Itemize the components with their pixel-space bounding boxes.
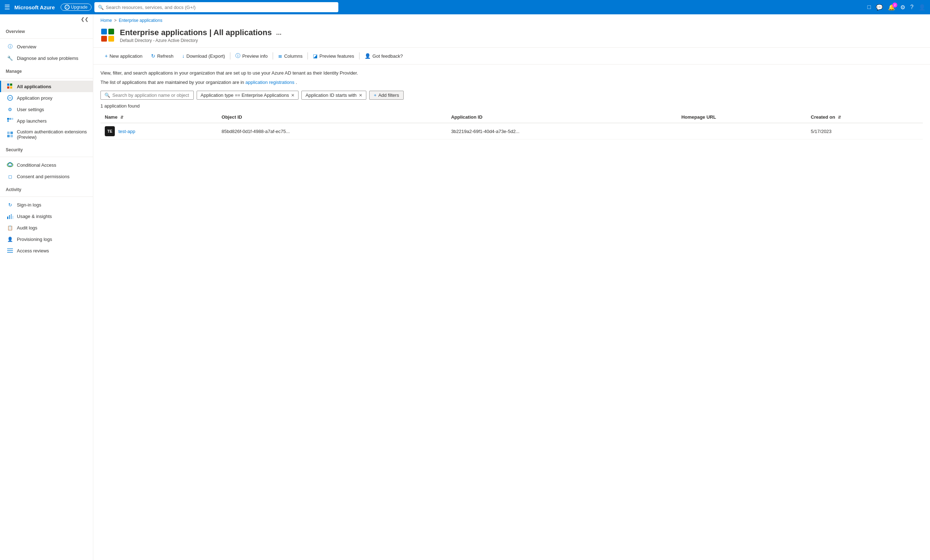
sort-icon-created[interactable]: ⇵: [838, 115, 841, 120]
sort-icon-name[interactable]: ⇵: [120, 115, 123, 120]
col-header-object-id: Object ID: [217, 112, 447, 123]
preview-icon: ◪: [313, 53, 317, 59]
access-reviews-icon: [7, 247, 13, 254]
sidebar-collapse-button[interactable]: ❮❮: [0, 14, 93, 24]
custom-auth-icon: [7, 131, 13, 138]
sidebar-item-conditional-access[interactable]: Conditional Access: [0, 159, 93, 171]
cloud-shell-icon[interactable]: □: [867, 4, 871, 11]
svg-rect-15: [7, 216, 8, 219]
filter-tag-app-id: Application ID starts with ✕: [302, 91, 366, 100]
svg-rect-24: [101, 36, 107, 41]
sidebar-item-user-settings[interactable]: ⚙ User settings: [0, 104, 93, 115]
security-section-title: Security: [0, 142, 93, 155]
sidebar-item-signin-logs[interactable]: ↻ Sign-in logs: [0, 199, 93, 210]
cell-name: TE test-app: [100, 123, 217, 140]
breadcrumb-separator: >: [114, 18, 117, 23]
upgrade-button[interactable]: ✓ Upgrade: [61, 4, 91, 11]
app-registrations-link[interactable]: application registrations: [245, 80, 294, 85]
content-area: View, filter, and search applications in…: [93, 64, 930, 144]
sidebar-item-consent[interactable]: ◻ Consent and permissions: [0, 171, 93, 182]
feedback-person-icon: 👤: [365, 53, 371, 59]
preview-info-button[interactable]: ⓘ Preview info: [231, 51, 272, 61]
overview-section-title: Overview: [0, 24, 93, 36]
download-icon: ↓: [182, 53, 185, 59]
svg-rect-18: [12, 216, 13, 219]
svg-rect-23: [108, 29, 114, 34]
page-subtitle: Default Directory - Azure Active Directo…: [120, 38, 281, 43]
svg-rect-5: [7, 118, 9, 120]
add-filters-button[interactable]: + Add filters: [369, 91, 403, 100]
toolbar-separator-2: [273, 52, 273, 60]
wrench-icon: 🔧: [7, 55, 13, 61]
search-input-box[interactable]: 🔍: [100, 91, 194, 100]
filter-tag-app-id-close[interactable]: ✕: [359, 93, 362, 98]
app-name-link[interactable]: test-app: [119, 129, 135, 134]
filter-tag-app-type-close[interactable]: ✕: [291, 93, 294, 98]
proxy-icon: [7, 95, 13, 101]
nav-icon-group: □ 💬 🔔 2 ⚙ ? 👤: [867, 4, 926, 11]
app-launchers-icon: [7, 118, 13, 124]
refresh-icon: ↻: [151, 53, 156, 59]
toolbar-separator-3: [308, 52, 308, 60]
sidebar-item-overview[interactable]: ⓘ Overview: [0, 41, 93, 52]
cell-created: 5/17/2023: [807, 123, 923, 140]
notifications-icon[interactable]: 🔔 2: [888, 4, 895, 11]
filter-tag-app-type: Application type == Enterprise Applicati…: [197, 91, 299, 100]
sidebar: ❮❮ Overview ⓘ Overview 🔧 Diagnose and so…: [0, 14, 93, 560]
grid-apps-icon: [7, 83, 13, 90]
top-navigation: ☰ Microsoft Azure ✓ Upgrade 🔍 □ 💬 🔔 2 ⚙ …: [0, 0, 930, 14]
new-application-button[interactable]: + New application: [100, 51, 147, 61]
global-search-input[interactable]: [106, 5, 335, 10]
page-title: Enterprise applications | All applicatio…: [120, 28, 281, 37]
table-header: Name ⇵ Object ID Application ID Homepage…: [100, 112, 923, 123]
sidebar-item-diagnose[interactable]: 🔧 Diagnose and solve problems: [0, 52, 93, 64]
page-header-text: Enterprise applications | All applicatio…: [120, 28, 281, 43]
svg-rect-2: [7, 86, 9, 89]
search-input[interactable]: [112, 92, 190, 98]
preview-features-button[interactable]: ◪ Preview features: [309, 51, 359, 61]
description-line2: The list of applications that are mainta…: [100, 79, 923, 86]
hamburger-menu[interactable]: ☰: [4, 3, 10, 11]
col-header-created: Created on ⇵: [807, 112, 923, 123]
svg-rect-6: [9, 118, 11, 120]
activity-section-title: Activity: [0, 182, 93, 194]
settings-icon[interactable]: ⚙: [900, 4, 905, 11]
account-icon[interactable]: 👤: [919, 4, 926, 11]
sidebar-item-all-applications[interactable]: All applications: [0, 81, 93, 92]
usage-insights-icon: [7, 213, 13, 219]
sidebar-item-access-reviews[interactable]: Access reviews: [0, 245, 93, 256]
breadcrumb-current[interactable]: Enterprise applications: [119, 18, 162, 23]
main-layout: ❮❮ Overview ⓘ Overview 🔧 Diagnose and so…: [0, 14, 930, 560]
columns-button[interactable]: ≣ Columns: [274, 51, 307, 61]
sidebar-item-app-proxy[interactable]: Application proxy: [0, 92, 93, 104]
svg-rect-12: [11, 135, 13, 137]
description-line1: View, filter, and search applications in…: [100, 69, 923, 77]
sidebar-item-custom-auth[interactable]: Custom authentication extensions (Previe…: [0, 127, 93, 142]
svg-rect-9: [7, 132, 10, 134]
more-options-icon[interactable]: ...: [276, 29, 281, 37]
sidebar-item-provisioning-logs[interactable]: 👤 Provisioning logs: [0, 233, 93, 245]
sidebar-item-audit-logs[interactable]: 📋 Audit logs: [0, 222, 93, 233]
columns-icon: ≣: [278, 53, 282, 59]
page-header: Enterprise applications | All applicatio…: [93, 26, 930, 47]
breadcrumb-home[interactable]: Home: [100, 18, 112, 23]
search-filter-icon: 🔍: [105, 92, 110, 98]
sidebar-item-usage-insights[interactable]: Usage & insights: [0, 210, 93, 222]
feedback-icon[interactable]: 💬: [876, 4, 883, 11]
sidebar-item-app-launchers[interactable]: App launchers: [0, 115, 93, 127]
feedback-button[interactable]: 👤 Got feedback?: [360, 51, 407, 61]
info-icon: ⓘ: [7, 43, 13, 50]
global-search-bar[interactable]: 🔍: [94, 2, 338, 12]
download-button[interactable]: ↓ Download (Export): [178, 51, 229, 61]
signin-logs-icon: ↻: [7, 201, 13, 208]
cell-app-id: 3b2219a2-69f1-40d4-a73e-5d2...: [447, 123, 677, 140]
svg-rect-3: [10, 86, 12, 89]
breadcrumb: Home > Enterprise applications: [93, 14, 930, 26]
svg-rect-22: [101, 29, 107, 34]
svg-rect-8: [7, 120, 9, 122]
filter-bar: 🔍 Application type == Enterprise Applica…: [100, 91, 923, 100]
svg-rect-10: [11, 132, 13, 134]
svg-rect-17: [11, 214, 12, 219]
help-icon[interactable]: ?: [910, 4, 913, 11]
refresh-button[interactable]: ↻ Refresh: [147, 51, 178, 61]
